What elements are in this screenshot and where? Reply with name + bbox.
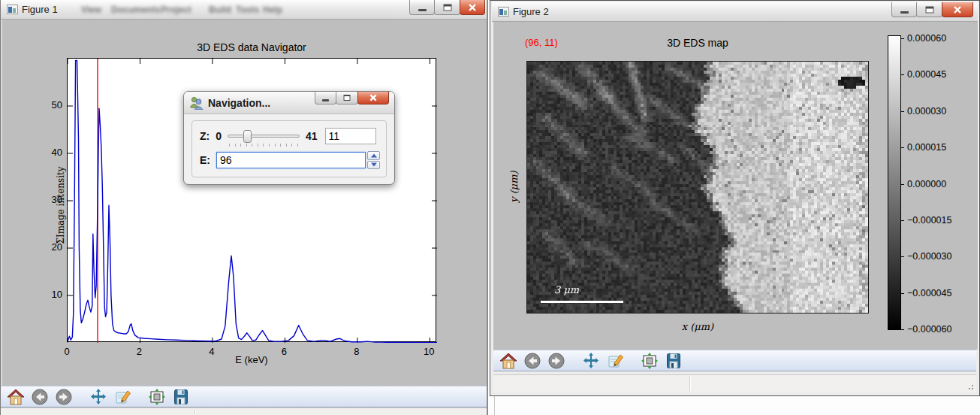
figure2-canvas[interactable]: (96, 11) 3D EDS map 3 μm x (μm) y (μm) 0… — [493, 22, 978, 350]
back-icon — [523, 352, 541, 370]
y-tick-label: 40 — [44, 147, 62, 158]
z-max-label: 41 — [306, 130, 318, 142]
pan-button[interactable] — [581, 351, 601, 371]
navigation-dialog: Navigation... Z: 0 41 — [183, 91, 395, 185]
colorbar — [888, 35, 901, 330]
figure1-ylabel: ΣImage intensity — [56, 166, 66, 244]
colorbar-tick — [901, 111, 904, 112]
z-slider-handle[interactable] — [243, 130, 252, 143]
statusbar-divider — [194, 410, 195, 414]
close-icon — [953, 5, 962, 14]
maximize-button[interactable] — [434, 0, 460, 15]
save-button[interactable] — [664, 351, 683, 371]
dialog-close-icon — [369, 94, 378, 102]
spinner-down-button[interactable] — [367, 161, 380, 170]
zoom-button[interactable] — [605, 351, 625, 371]
statusbar-divider — [689, 377, 690, 391]
pan-icon — [89, 388, 107, 406]
resize-grip[interactable] — [966, 383, 974, 390]
e-value-input[interactable] — [216, 152, 366, 168]
close-button[interactable] — [942, 2, 973, 17]
scalebar — [541, 301, 623, 303]
colorbar-tick — [901, 329, 904, 330]
navigation-dialog-titlebar[interactable]: Navigation... — [184, 92, 394, 114]
forward-button[interactable] — [547, 351, 566, 371]
home-icon — [499, 352, 517, 370]
figure2-titlebar[interactable]: Figure 2 — [492, 2, 978, 22]
y-tick-label: 30 — [44, 194, 62, 205]
colorbar-tick-label: −0.000060 — [907, 324, 951, 335]
save-icon — [665, 352, 683, 370]
figure2-statusbar — [493, 374, 976, 392]
colorbar-tick-label: 0.000000 — [907, 179, 946, 189]
figure2-toolbar — [493, 350, 976, 371]
subplots-button[interactable] — [147, 387, 167, 407]
background-area — [490, 396, 980, 415]
subplots-icon — [148, 388, 166, 406]
figure2-ylabel: y (μm) — [508, 171, 520, 202]
eds-map-image[interactable]: 3 μm — [526, 61, 869, 314]
colorbar-tick — [901, 147, 904, 148]
home-button[interactable] — [6, 387, 26, 407]
y-tick-label: 10 — [44, 289, 62, 300]
colorbar-tick — [901, 293, 904, 294]
y-tick-label: 20 — [44, 241, 62, 253]
z-value-input[interactable] — [325, 128, 376, 144]
z-slider-ticks — [229, 144, 298, 147]
subplots-icon — [641, 352, 659, 370]
navigation-dialog-body: Z: 0 41 E: — [191, 120, 387, 177]
save-button[interactable] — [171, 387, 191, 407]
figure1-canvas[interactable]: 3D EDS data Navigator E (keV) ΣImage int… — [2, 20, 487, 386]
window-figure1: Figure 1 View Documents Project Build To… — [0, 0, 488, 415]
colorbar-tick-label: −0.000045 — [907, 288, 951, 298]
dialog-close-button[interactable] — [357, 92, 389, 105]
z-slider[interactable] — [228, 129, 300, 143]
minimize-button[interactable] — [409, 0, 435, 15]
colorbar-tick-label: 0.000015 — [907, 142, 946, 153]
zoom-button[interactable] — [113, 387, 132, 407]
z-min-label: 0 — [216, 130, 222, 142]
z-label: Z: — [200, 130, 210, 142]
navigation-dialog-title: Navigation... — [208, 97, 270, 109]
pan-button[interactable] — [89, 387, 108, 407]
figure1-statusbar — [1, 407, 487, 415]
back-button[interactable] — [523, 351, 542, 371]
colorbar-tick-label: 0.000045 — [907, 69, 946, 80]
figure2-window-title: Figure 2 — [513, 6, 549, 17]
background-menu-view: View — [81, 5, 101, 15]
colorbar-tick — [901, 74, 904, 75]
spinner-up-button[interactable] — [367, 151, 380, 160]
figure2-plot-title: 3D EDS map — [526, 37, 869, 49]
y-tick-label: 50 — [44, 99, 62, 111]
eds-map-canvas[interactable] — [527, 62, 868, 313]
background-menu-documents: Documents — [111, 5, 160, 15]
screen: Figure 1 View Documents Project Build To… — [0, 0, 980, 415]
colorbar-tick-label: −0.000030 — [907, 251, 951, 262]
e-spinner — [367, 151, 380, 169]
dialog-minimize-button[interactable] — [315, 92, 336, 105]
save-icon — [172, 388, 190, 406]
home-icon — [7, 388, 25, 406]
back-button[interactable] — [30, 387, 50, 407]
back-icon — [31, 388, 49, 406]
minimize-button[interactable] — [891, 2, 917, 17]
maximize-button[interactable] — [916, 2, 942, 17]
close-icon — [468, 3, 477, 12]
colorbar-tick-label: −0.000015 — [907, 215, 951, 226]
forward-button[interactable] — [54, 387, 74, 407]
x-tick-label: 0 — [61, 346, 73, 357]
people-icon — [189, 96, 204, 110]
matplotlib-window-icon — [7, 5, 18, 14]
x-tick-label: 10 — [423, 346, 435, 357]
x-tick-label: 8 — [351, 346, 363, 357]
figure1-toolbar — [1, 386, 487, 407]
figure1-titlebar[interactable]: Figure 1 View Documents Project Build To… — [1, 0, 487, 20]
colorbar-tick — [901, 38, 904, 39]
figure2-xlabel: x (μm) — [526, 321, 869, 332]
dialog-maximize-button[interactable] — [336, 92, 358, 105]
colorbar-tick — [901, 184, 904, 185]
z-slider-groove[interactable] — [228, 135, 300, 138]
subplots-button[interactable] — [640, 351, 659, 371]
home-button[interactable] — [499, 351, 518, 371]
close-button[interactable] — [460, 0, 485, 15]
